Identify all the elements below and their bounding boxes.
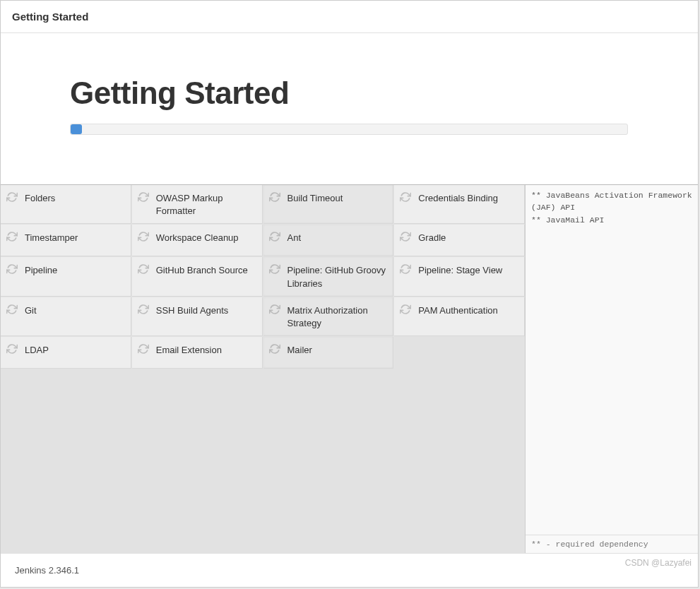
plugin-cell: Gradle xyxy=(394,225,525,256)
plugin-cell: Pipeline: GitHub Groovy Libraries xyxy=(263,257,394,296)
plugin-cell: GitHub Branch Source xyxy=(132,257,263,296)
refresh-icon xyxy=(269,263,280,278)
plugin-label: Pipeline: GitHub Groovy Libraries xyxy=(287,263,388,290)
refresh-icon xyxy=(269,230,280,245)
plugin-cell: Folders xyxy=(1,185,131,224)
refresh-icon xyxy=(400,191,411,206)
dialog-container: Getting Started Getting Started FoldersO… xyxy=(0,0,699,588)
plugin-cell: Pipeline xyxy=(1,257,131,296)
plugin-label: Mailer xyxy=(287,343,312,357)
log-panel: ** JavaBeans Activation Framework (JAF) … xyxy=(525,185,698,553)
log-line: ** JavaMail API xyxy=(531,214,692,226)
progress-fill xyxy=(71,124,82,134)
footer: Jenkins 2.346.1 xyxy=(1,553,698,587)
plugin-label: Pipeline: Stage View xyxy=(418,263,502,277)
plugin-label: Pipeline xyxy=(25,263,57,277)
plugin-label: Timestamper xyxy=(25,230,78,244)
dialog-header: Getting Started xyxy=(1,1,698,33)
hero-section: Getting Started xyxy=(1,33,698,184)
plugin-label: Folders xyxy=(25,191,55,205)
plugin-label: Workspace Cleanup xyxy=(156,230,239,244)
refresh-icon xyxy=(6,263,18,278)
refresh-icon xyxy=(269,303,280,318)
plugin-cell: Workspace Cleanup xyxy=(132,225,263,256)
log-line: ** JavaBeans Activation Framework (JAF) … xyxy=(531,189,692,214)
refresh-icon xyxy=(6,191,18,206)
refresh-icon xyxy=(138,230,149,245)
plugin-label: GitHub Branch Source xyxy=(156,263,248,277)
refresh-icon xyxy=(138,303,149,318)
plugin-cell: Email Extension xyxy=(132,337,263,369)
plugin-cell: LDAP xyxy=(1,337,131,369)
plugin-cell: PAM Authentication xyxy=(394,297,525,336)
plugin-cell: Ant xyxy=(263,225,394,256)
refresh-icon xyxy=(400,263,411,278)
progress-bar xyxy=(70,124,628,135)
plugin-label: Ant xyxy=(287,230,302,244)
plugin-cell: SSH Build Agents xyxy=(132,297,263,336)
refresh-icon xyxy=(6,230,18,245)
watermark: CSDN @Lazyafei xyxy=(625,558,692,568)
plugin-cell: Git xyxy=(1,297,131,336)
plugin-cell: Matrix Authorization Strategy xyxy=(263,297,394,336)
refresh-icon xyxy=(138,263,149,278)
refresh-icon xyxy=(6,343,18,357)
plugin-cell: Mailer xyxy=(263,337,394,369)
refresh-icon xyxy=(138,343,149,357)
plugin-cell: Pipeline: Stage View xyxy=(394,257,525,296)
page-heading: Getting Started xyxy=(70,76,629,111)
version-label: Jenkins 2.346.1 xyxy=(15,565,79,576)
plugin-label: PAM Authentication xyxy=(418,303,498,317)
plugin-label: Matrix Authorization Strategy xyxy=(287,303,388,330)
plugin-label: Email Extension xyxy=(156,343,222,357)
plugin-cell: OWASP Markup Formatter xyxy=(132,185,263,224)
plugin-label: LDAP xyxy=(25,343,49,357)
plugin-label: Git xyxy=(25,303,37,317)
refresh-icon xyxy=(400,230,411,245)
plugin-grid: FoldersOWASP Markup FormatterBuild Timeo… xyxy=(1,185,525,553)
plugin-label: Credentials Binding xyxy=(418,191,498,205)
plugin-label: OWASP Markup Formatter xyxy=(156,191,256,218)
plugin-label: Build Timeout xyxy=(287,191,343,205)
refresh-icon xyxy=(400,303,411,318)
log-footer-note: ** - required dependency xyxy=(526,535,698,553)
plugin-cell: Build Timeout xyxy=(263,185,394,224)
log-body: ** JavaBeans Activation Framework (JAF) … xyxy=(526,185,698,535)
plugin-cell: Credentials Binding xyxy=(394,185,525,224)
body-area: FoldersOWASP Markup FormatterBuild Timeo… xyxy=(1,184,698,553)
plugin-label: Gradle xyxy=(418,230,446,244)
plugin-label: SSH Build Agents xyxy=(156,303,229,317)
dialog-title: Getting Started xyxy=(12,11,687,23)
refresh-icon xyxy=(6,303,18,318)
refresh-icon xyxy=(269,191,280,206)
refresh-icon xyxy=(138,191,149,206)
refresh-icon xyxy=(269,343,280,357)
plugin-cell: Timestamper xyxy=(1,225,131,256)
